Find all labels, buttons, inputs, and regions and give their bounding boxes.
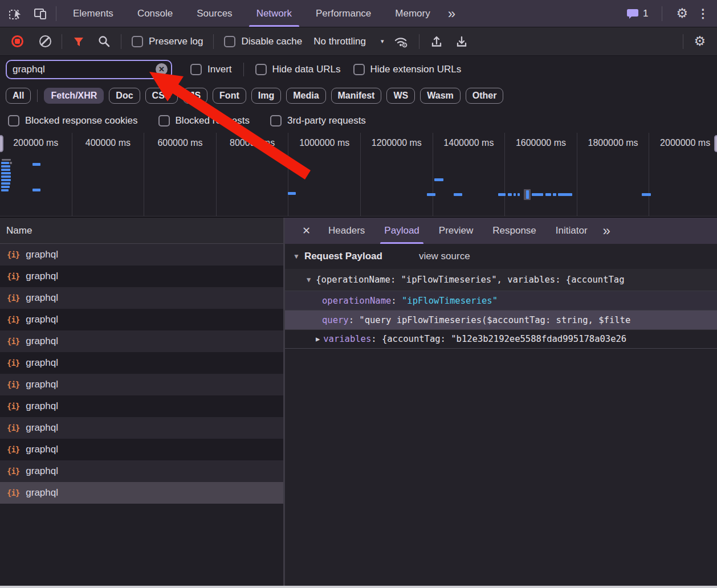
disable-cache-label: Disable cache: [241, 36, 302, 47]
waterfall-bar: [1, 175, 11, 178]
collapse-triangle-icon[interactable]: ▼: [307, 276, 311, 284]
disable-cache-checkbox[interactable]: Disable cache: [224, 36, 302, 47]
request-row[interactable]: {i}graphql: [0, 395, 283, 417]
request-row[interactable]: {i}graphql: [0, 417, 283, 439]
settings-gear-icon[interactable]: ⚙: [676, 7, 688, 20]
chip-all[interactable]: All: [6, 88, 31, 104]
chip-fetch-xhr[interactable]: Fetch/XHR: [44, 88, 104, 104]
waterfall-bar: [427, 193, 435, 196]
throttling-select[interactable]: No throttling ▾: [310, 36, 384, 47]
request-name: graphql: [26, 379, 58, 390]
checkbox[interactable]: [270, 115, 282, 126]
timeline-tick-label: 800000 ms: [217, 133, 289, 216]
collapse-triangle-icon[interactable]: ▼: [293, 252, 300, 260]
device-toolbar-icon[interactable]: [33, 6, 48, 21]
inspect-element-icon[interactable]: [8, 6, 23, 21]
more-detail-tabs-icon[interactable]: »: [597, 224, 616, 238]
timeline-tick-label: 400000 ms: [72, 133, 145, 216]
chip-other[interactable]: Other: [466, 88, 504, 104]
chip-ws[interactable]: WS: [386, 88, 415, 104]
json-braces-icon: {i}: [7, 272, 19, 281]
request-row[interactable]: {i}graphql: [0, 309, 283, 330]
search-icon[interactable]: [97, 35, 111, 48]
payload-root-row[interactable]: ▼ {operationName: "ipFlowTimeseries", va…: [285, 269, 717, 291]
payload-row-operationName[interactable]: operationName: "ipFlowTimeseries": [285, 291, 717, 310]
request-name: graphql: [26, 292, 58, 304]
payload-row-query-selected[interactable]: query: "query ipFlowTimeseries($accountT…: [285, 310, 717, 329]
tab-memory[interactable]: Memory: [383, 0, 442, 27]
tab-console[interactable]: Console: [125, 0, 185, 27]
request-row[interactable]: {i}graphql: [0, 287, 283, 309]
clear-network-log-button[interactable]: [39, 35, 51, 47]
detail-tab-preview[interactable]: Preview: [429, 218, 483, 244]
detail-tab-bar: ✕ HeadersPayloadPreviewResponseInitiator…: [285, 218, 717, 244]
request-row[interactable]: {i}graphql: [0, 374, 283, 395]
network-settings-gear-icon[interactable]: ⚙: [694, 35, 706, 48]
hide-data-urls-checkbox[interactable]: Hide data URLs: [255, 64, 341, 75]
tab-elements[interactable]: Elements: [61, 0, 125, 27]
request-payload-section-header[interactable]: ▼ Request Payload view source: [285, 244, 717, 269]
payload-key: query: [322, 315, 349, 325]
checkbox-label: Blocked requests: [176, 115, 250, 126]
checkbox[interactable]: [353, 64, 365, 75]
overview-left-handle[interactable]: [0, 135, 3, 152]
3rd-party-requests-checkbox[interactable]: 3rd-party requests: [270, 115, 366, 126]
expand-triangle-icon[interactable]: ▶: [316, 335, 320, 343]
kebab-menu-icon[interactable]: ⋮: [697, 7, 709, 21]
chip-css[interactable]: CSS: [145, 88, 178, 104]
tab-sources[interactable]: Sources: [185, 0, 244, 27]
preserve-log-checkbox[interactable]: Preserve log: [132, 36, 203, 47]
overview-right-handle[interactable]: [714, 135, 717, 152]
chip-js[interactable]: JS: [183, 88, 208, 104]
chip-doc[interactable]: Doc: [109, 88, 140, 104]
clear-filter-icon[interactable]: ✕: [156, 63, 168, 75]
request-row[interactable]: {i}graphql: [0, 266, 283, 287]
waterfall-bar: [32, 189, 40, 191]
checkbox[interactable]: [190, 64, 202, 75]
export-har-icon[interactable]: [455, 35, 469, 48]
view-source-link[interactable]: view source: [419, 251, 470, 262]
request-row[interactable]: {i}graphql: [0, 352, 283, 374]
tab-network[interactable]: Network: [245, 0, 304, 27]
checkbox[interactable]: [255, 64, 267, 75]
chip-img[interactable]: Img: [251, 88, 281, 104]
waterfall-bar: [526, 190, 529, 199]
detail-tab-headers[interactable]: Headers: [319, 218, 374, 244]
waterfall-bar: [518, 193, 520, 196]
chip-manifest[interactable]: Manifest: [331, 88, 382, 104]
request-row[interactable]: {i}graphql: [0, 330, 283, 352]
issues-counter[interactable]: 1: [626, 8, 648, 19]
record-network-log-button[interactable]: [11, 35, 23, 47]
chip-media[interactable]: Media: [286, 88, 325, 104]
detail-tab-initiator[interactable]: Initiator: [546, 218, 597, 244]
checkbox[interactable]: [132, 36, 143, 47]
filter-input[interactable]: [13, 64, 156, 75]
checkbox[interactable]: [224, 36, 235, 47]
blocked-requests-checkbox[interactable]: Blocked requests: [158, 115, 250, 126]
detail-tab-payload[interactable]: Payload: [374, 218, 429, 244]
blocked-response-cookies-checkbox[interactable]: Blocked response cookies: [8, 115, 138, 126]
request-row[interactable]: {i}graphql: [0, 244, 283, 266]
chip-wasm[interactable]: Wasm: [420, 88, 461, 104]
close-icon[interactable]: ✕: [294, 218, 319, 244]
chip-font[interactable]: Font: [213, 88, 246, 104]
request-row[interactable]: {i}graphql: [0, 460, 283, 482]
hide-extension-urls-checkbox[interactable]: Hide extension URLs: [353, 64, 462, 75]
checkbox[interactable]: [158, 115, 170, 126]
request-row[interactable]: {i}graphql: [0, 482, 283, 504]
waterfall-bar: [508, 193, 512, 196]
network-conditions-icon[interactable]: [394, 35, 409, 48]
detail-tab-response[interactable]: Response: [483, 218, 546, 244]
more-tabs-icon[interactable]: »: [442, 7, 461, 21]
checkbox[interactable]: [8, 115, 19, 126]
filter-funnel-icon[interactable]: [72, 35, 85, 48]
waterfall-bar: [545, 193, 551, 196]
request-row[interactable]: {i}graphql: [0, 439, 283, 460]
import-har-icon[interactable]: [430, 35, 443, 48]
waterfall-bar: [1, 169, 10, 171]
invert-checkbox[interactable]: Invert: [190, 64, 232, 75]
payload-row-variables[interactable]: ▶ variables: {accountTag: "b12e3b2192ee5…: [285, 329, 717, 349]
tab-performance[interactable]: Performance: [304, 0, 383, 27]
network-overview-timeline[interactable]: 200000 ms400000 ms600000 ms800000 ms1000…: [0, 133, 717, 217]
name-column-header[interactable]: Name: [0, 218, 283, 244]
